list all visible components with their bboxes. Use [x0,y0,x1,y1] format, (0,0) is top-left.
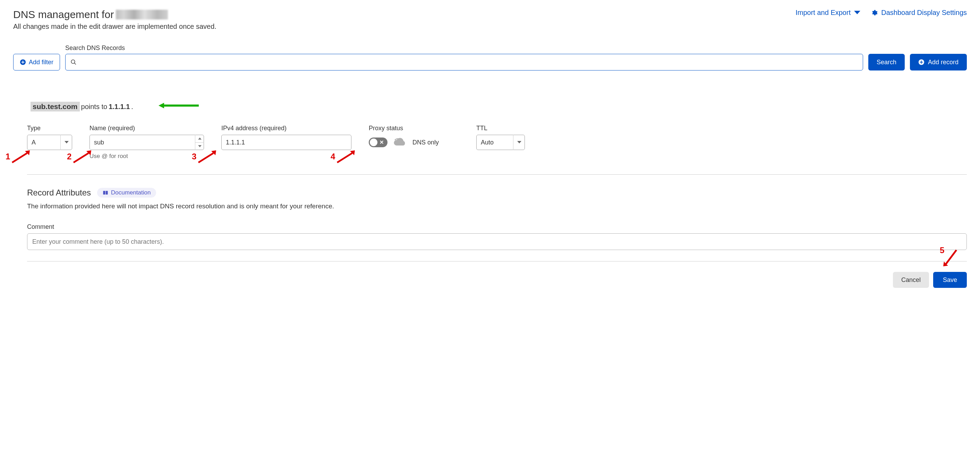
gear-icon [871,10,878,16]
name-label: Name (required) [89,124,204,132]
attributes-heading: Record Attributes [27,188,91,198]
ttl-label: TTL [476,124,525,132]
annotation-arrow-2: 2 [67,152,72,161]
page-title: DNS management for [13,9,216,21]
page-subtitle: All changes made in the edit drawer are … [13,22,216,30]
caret-down-icon [195,143,204,150]
svg-line-2 [74,63,76,65]
name-input[interactable] [89,135,204,150]
search-icon [70,59,77,65]
import-export-label: Import and Export [795,9,851,17]
svg-line-15 [946,250,956,264]
annotation-arrow-3: 3 [192,152,196,161]
summary-tail: . [131,103,133,111]
cloud-icon [393,138,407,147]
top-actions: Import and Export Dashboard Display Sett… [795,9,967,17]
documentation-label: Documentation [111,189,151,196]
svg-marker-5 [159,103,164,109]
name-stepper[interactable] [195,135,204,150]
svg-line-9 [73,153,89,163]
type-select[interactable] [27,135,72,150]
add-record-label: Add record [928,59,958,66]
comment-label: Comment [27,223,967,231]
book-icon [103,190,108,195]
annotation-arrow-5: 5 [943,248,960,269]
record-editor: sub.test.com points to 1.1.1.1. Type Nam… [27,102,967,160]
title-prefix: DNS management for [13,9,114,21]
search-label: Search DNS Records [65,45,863,52]
annotation-green-arrow [157,101,199,110]
add-filter-button[interactable]: Add filter [13,54,60,70]
search-button[interactable]: Search [868,54,905,70]
search-button-label: Search [877,59,896,66]
cancel-button[interactable]: Cancel [893,272,929,288]
proxy-toggle[interactable]: ✕ [369,137,388,147]
proxy-status-text: DNS only [412,139,439,146]
divider [27,174,967,175]
svg-line-13 [337,153,352,163]
proxy-label: Proxy status [369,124,459,132]
summary-ip: 1.1.1.1 [108,103,130,111]
attributes-subtext: The information provided here will not i… [27,203,967,210]
divider [27,261,967,262]
ttl-select[interactable] [476,135,525,150]
redacted-domain-name [116,10,168,19]
svg-line-7 [12,153,27,163]
documentation-link[interactable]: Documentation [97,188,156,198]
annotation-arrow-1: 1 [6,152,10,161]
annotation-arrow-4: 4 [331,152,335,161]
toggle-x-icon: ✕ [380,139,384,145]
svg-line-11 [199,153,213,163]
ip-label: IPv4 address (required) [221,124,352,132]
search-box[interactable] [65,54,863,70]
caret-down-icon [854,11,860,15]
plus-circle-icon [20,59,26,65]
summary-domain: sub.test.com [30,102,80,112]
add-record-button[interactable]: Add record [910,54,967,70]
ttl-value[interactable] [476,135,525,150]
save-button[interactable]: Save [933,272,967,288]
search-input[interactable] [81,59,858,66]
plus-circle-icon [918,59,924,65]
caret-up-icon [195,135,204,143]
title-block: DNS management for All changes made in t… [13,9,216,30]
comment-input[interactable] [27,233,967,250]
name-helper: Use @ for root [89,153,204,160]
add-filter-label: Add filter [29,59,53,66]
summary-middle: points to [81,103,108,111]
import-export-link[interactable]: Import and Export [795,9,860,17]
dashboard-settings-label: Dashboard Display Settings [881,9,967,17]
toggle-knob [370,139,377,146]
type-value[interactable] [27,135,72,150]
svg-point-1 [71,60,75,64]
ip-input[interactable] [221,135,352,150]
dashboard-settings-link[interactable]: Dashboard Display Settings [871,9,967,17]
type-label: Type [27,124,72,132]
